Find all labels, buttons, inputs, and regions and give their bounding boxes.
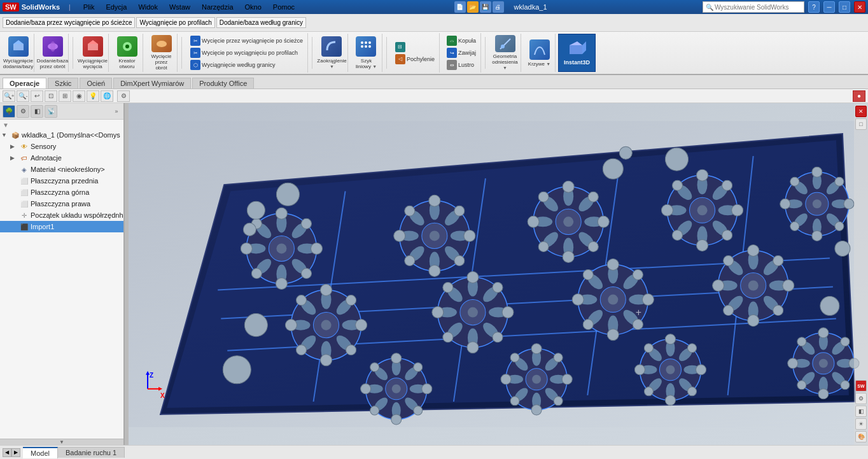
tab-szkic[interactable]: Szkic bbox=[48, 78, 78, 88]
expand-import1 bbox=[10, 223, 19, 230]
wrap-btn[interactable]: ↪ Zawijaj bbox=[445, 47, 478, 59]
tree-item-adnotacje[interactable]: ▶ 🏷 Adnotacje bbox=[0, 152, 123, 164]
svg-point-244 bbox=[554, 397, 563, 406]
flyout-path[interactable]: Dodanie/baza przez wyciągnięcie po ścież… bbox=[3, 17, 135, 28]
print-btn[interactable]: 🖨 bbox=[493, 1, 504, 13]
svg-point-265 bbox=[688, 344, 697, 353]
zoom-in-btn[interactable]: 🔍+ bbox=[3, 90, 15, 102]
cut-revolve-btn[interactable]: Wycięcieprzezobrót bbox=[146, 34, 178, 72]
viewport-sw-btn[interactable]: SW bbox=[855, 380, 867, 392]
svg-point-79 bbox=[598, 216, 609, 227]
tree-item-import1[interactable]: ⬛ Import1 bbox=[0, 221, 123, 232]
tab-produkty[interactable]: Produkty Office bbox=[192, 78, 254, 88]
dome-btn[interactable]: ⌓ Kopuła bbox=[445, 35, 478, 46]
rib-btn[interactable]: ⊟ bbox=[393, 41, 437, 53]
tree-item-plane-right[interactable]: ⬜ Płaszczyzna prawa bbox=[0, 198, 123, 209]
instant3d-btn[interactable]: Instant3D bbox=[558, 34, 596, 72]
fit-view-btn[interactable]: ↩ bbox=[31, 90, 43, 102]
menu-okno[interactable]: Okno bbox=[241, 2, 265, 12]
tab-operacje[interactable]: Operacje bbox=[3, 78, 46, 88]
menu-wstaw[interactable]: Wstaw bbox=[165, 2, 194, 12]
svg-point-243 bbox=[531, 344, 542, 354]
extrude-add-btn[interactable]: Wyciągnięciedodania/bazy bbox=[3, 34, 34, 72]
expand-material bbox=[10, 166, 19, 173]
close-btn[interactable]: ✕ bbox=[854, 1, 865, 13]
menu-pomoc[interactable]: Pomoc bbox=[269, 2, 298, 12]
mirror-btn[interactable]: ⇔ Lustro bbox=[445, 59, 478, 71]
menu-edycja[interactable]: Edycja bbox=[102, 2, 130, 12]
tab-model[interactable]: Model bbox=[23, 447, 58, 458]
tree-item-sensory[interactable]: ▶ 👁 Sensory bbox=[0, 141, 123, 152]
viewport-scene-btn[interactable]: ☀ bbox=[855, 418, 867, 430]
svg-point-139 bbox=[321, 285, 332, 296]
tab-ocien[interactable]: Ocień bbox=[80, 78, 112, 88]
search-input[interactable] bbox=[715, 4, 797, 11]
view-circle-btn[interactable]: ◉ bbox=[73, 90, 85, 102]
svg-point-98 bbox=[732, 204, 743, 216]
view-orient-btn[interactable]: ⊡ bbox=[45, 90, 57, 102]
svg-point-122 bbox=[790, 222, 799, 230]
viewport-close-btn[interactable]: ✕ bbox=[855, 106, 867, 117]
viewport-maximize-btn[interactable]: □ bbox=[855, 118, 867, 130]
svg-point-124 bbox=[790, 177, 799, 186]
svg-point-9 bbox=[361, 41, 363, 44]
wrap-label: Zawijaj bbox=[458, 50, 476, 56]
zoom-out-btn[interactable]: 🔍- bbox=[17, 90, 29, 102]
menu-widok[interactable]: Widok bbox=[134, 2, 162, 12]
tree-item-plane-front[interactable]: ⬜ Płaszczyzna przednia bbox=[0, 175, 123, 187]
curves-btn[interactable]: Krzywe ▼ bbox=[524, 34, 556, 72]
plane-top-label: Płaszczyzna górna bbox=[31, 188, 89, 196]
view-grid-btn[interactable]: ⊞ bbox=[59, 90, 71, 102]
cut-extrude-btn[interactable]: Wyciągnięciewycięcia bbox=[77, 34, 109, 72]
menu-plik[interactable]: Plik bbox=[80, 2, 99, 12]
svg-point-266 bbox=[644, 344, 653, 353]
maximize-btn[interactable]: □ bbox=[839, 1, 850, 13]
save-btn[interactable]: 💾 bbox=[480, 1, 491, 13]
boundary-btn[interactable]: ⬡ Wyciągnięcie według granicy bbox=[188, 59, 305, 71]
display-tab-btn[interactable]: ◧ bbox=[31, 105, 43, 118]
help-btn[interactable]: ? bbox=[808, 1, 820, 13]
reference-label: Geometriaodniesienia ▼ bbox=[491, 53, 519, 71]
search-area[interactable]: 🔍 bbox=[703, 1, 804, 13]
panel-scroll-bottom[interactable]: ▼ bbox=[0, 439, 123, 445]
tab-motion[interactable]: Badanie ruchu 1 bbox=[58, 447, 125, 458]
linear-pattern-btn[interactable]: Szykliniowy ▼ bbox=[351, 34, 382, 72]
tree-item-material[interactable]: ◈ Materiał <nieokreślony> bbox=[0, 164, 123, 175]
view-light-btn[interactable]: 💡 bbox=[87, 90, 99, 102]
reference-geometry-btn[interactable]: Geometriaodniesienia ▼ bbox=[489, 34, 521, 72]
solidworks-logo: SW SolidWorks bbox=[3, 3, 60, 11]
tab-nav-prev[interactable]: ◀ bbox=[3, 448, 11, 457]
tab-dimxpert[interactable]: DimXpert Wymiarów bbox=[113, 78, 191, 88]
expand-panel-btn[interactable]: » bbox=[112, 105, 121, 118]
flyout-boundary[interactable]: Dodanie/baza według granicy bbox=[216, 17, 306, 28]
tree-tab-btn[interactable]: 🌳 bbox=[3, 105, 15, 118]
sensors-tab-btn[interactable]: 📡 bbox=[45, 105, 57, 118]
menu-narzedzia[interactable]: Narzędzia bbox=[198, 2, 237, 12]
tab-nav-next[interactable]: ▶ bbox=[11, 448, 20, 457]
cut-profiles-btn[interactable]: ✂ Wycięcie po wyciągnięciu po profilach bbox=[188, 47, 305, 59]
revolve-add-btn[interactable]: Dodanie/bazaprzez obrót bbox=[37, 34, 69, 72]
open-btn[interactable]: 📂 bbox=[467, 1, 479, 13]
toolbar: Dodanie/baza przez wyciągnięcie po ścież… bbox=[0, 14, 868, 75]
view-color-btn[interactable]: ● bbox=[853, 90, 865, 102]
flyout-profiles[interactable]: Wyciągnięcie po profilach bbox=[136, 17, 214, 28]
viewport-display-btn[interactable]: ◧ bbox=[855, 406, 867, 417]
draft-btn[interactable]: ◁ Pochylenie bbox=[393, 53, 437, 65]
minimize-btn[interactable]: ─ bbox=[823, 1, 835, 13]
view-globe-btn[interactable]: 🌐 bbox=[101, 90, 113, 102]
svg-point-89 bbox=[697, 205, 708, 215]
viewport-appearance-btn[interactable]: 🎨 bbox=[855, 431, 867, 442]
svg-rect-0 bbox=[13, 44, 24, 50]
tree-item-origin[interactable]: ✛ Początek układu współrzędnh bbox=[0, 209, 123, 221]
tree-item-plane-top[interactable]: ⬜ Płaszczyzna górna bbox=[0, 187, 123, 198]
config-tab-btn[interactable]: ⚙ bbox=[17, 105, 29, 118]
cut-path-btn[interactable]: ✂ Wycięcie przez wyciągnięcie po ścieżce bbox=[188, 35, 305, 46]
fillet-btn[interactable]: Zaokrąglenie ▼ bbox=[316, 34, 348, 72]
viewport[interactable]: + Z X ✕ □ SW ⚙ ◧ ☀ 🎨 bbox=[129, 103, 868, 445]
viewport-settings-btn[interactable]: ⚙ bbox=[855, 393, 867, 404]
sensory-label: Sensory bbox=[31, 143, 56, 150]
new-btn[interactable]: 📄 bbox=[454, 1, 466, 13]
hole-wizard-btn[interactable]: Kreatorotworu bbox=[111, 34, 143, 72]
view-options-btn[interactable]: ⚙ bbox=[117, 90, 130, 102]
tree-item-root[interactable]: ▼ 📦 wkladka_1 (Domyślna<<Domys bbox=[0, 129, 123, 141]
